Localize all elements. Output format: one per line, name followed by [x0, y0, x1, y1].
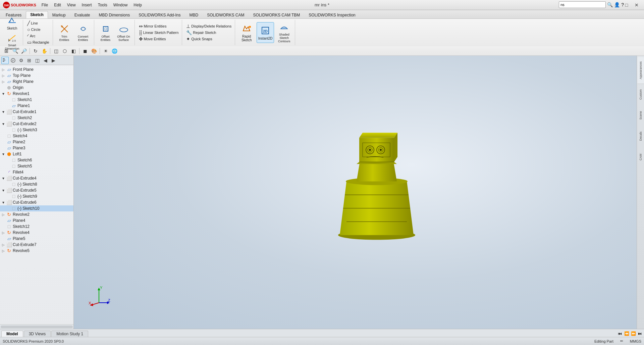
- tree-item-sketch9[interactable]: □ (-) Sketch9: [0, 193, 73, 199]
- dim-xpert-icon[interactable]: ⊞: [25, 57, 33, 64]
- right-panel-custom[interactable]: Custom: [637, 85, 644, 105]
- convert-entities-button[interactable]: Convert Entities: [74, 22, 92, 43]
- standard-views-button[interactable]: ◫: [52, 47, 60, 55]
- move-entities-button[interactable]: ✥ Move Entities: [138, 36, 180, 42]
- tree-item-sketch12[interactable]: □ Sketch12: [0, 224, 73, 230]
- menu-insert[interactable]: Insert: [79, 2, 95, 8]
- tree-item-sketch2[interactable]: □ Sketch2: [0, 115, 73, 121]
- tab-evaluate[interactable]: Evaluate: [70, 11, 95, 18]
- tree-item-cut-extrude4[interactable]: ▼ ⬜ Cut-Extrude4: [0, 175, 73, 181]
- mirror-entities-button[interactable]: ⇔ Mirror Entities: [138, 23, 180, 29]
- scene-button[interactable]: 🌐: [111, 47, 118, 55]
- display-style-button[interactable]: ◼: [82, 47, 89, 55]
- tab-solidworks-cam-tbm[interactable]: SOLIDWORKS CAM TBM: [249, 11, 305, 18]
- tree-item-sketch6[interactable]: □ Sketch6: [0, 157, 73, 163]
- tree-item-fillet4[interactable]: ◜ Fillet4: [0, 169, 73, 175]
- tree-item-plane1[interactable]: ▱ Plane1: [0, 103, 73, 109]
- section-view-button[interactable]: ◧: [70, 47, 77, 55]
- sketch-button[interactable]: Sketch: [3, 14, 21, 31]
- tree-item-right-plane[interactable]: ▷ ▱ Right Plane: [0, 79, 73, 85]
- trim-entities-button[interactable]: Trim Entities: [56, 22, 73, 43]
- view-orientation-button[interactable]: ⬡: [61, 47, 68, 55]
- tree-item-revolve4[interactable]: ▷ ↻ Revolve4: [0, 230, 73, 236]
- help-icon[interactable]: ?: [621, 2, 624, 7]
- arc-button[interactable]: ◜ Arc: [26, 33, 51, 39]
- tab-solidworks-addins[interactable]: SOLIDWORKS Add-Ins: [134, 11, 185, 18]
- lighting-button[interactable]: ☀: [102, 47, 109, 55]
- configuration-manager-icon[interactable]: ⚙: [17, 57, 25, 64]
- tree-item-sketch8[interactable]: □ (-) Sketch8: [0, 181, 73, 187]
- menu-window[interactable]: Window: [111, 2, 130, 8]
- tab-markup[interactable]: Markup: [48, 11, 70, 18]
- zoom-fit-button[interactable]: ⊞: [3, 47, 10, 55]
- tree-item-origin[interactable]: ⊕ Origin: [0, 85, 73, 91]
- tree-item-sketch3[interactable]: □ (-) Sketch3: [0, 127, 73, 133]
- tab-mbd[interactable]: MBD: [185, 11, 203, 18]
- offset-on-surface-button[interactable]: Offset On Surface: [115, 22, 132, 43]
- linear-sketch-pattern-button[interactable]: ⣿ Linear Sketch Pattern: [138, 30, 180, 36]
- tree-item-revolve2[interactable]: ▷ ↻ Revolve2: [0, 211, 73, 217]
- circle-button[interactable]: ○ Circle: [26, 27, 51, 33]
- tab-mbd-dimensions[interactable]: MBD Dimensions: [94, 11, 134, 18]
- tree-item-loft1[interactable]: ▼ ⬢ Loft1: [0, 151, 73, 157]
- tree-item-cut-extrude1[interactable]: ▼ ⬜ Cut-Extrude1: [0, 109, 73, 115]
- menu-tools[interactable]: Tools: [95, 2, 110, 8]
- back-arrow-icon[interactable]: ◀: [42, 57, 49, 64]
- menu-file[interactable]: File: [39, 2, 51, 8]
- property-manager-icon[interactable]: P: [9, 57, 17, 64]
- tree-item-sketch1[interactable]: □ Sketch1: [0, 97, 73, 103]
- menu-view[interactable]: View: [64, 2, 78, 8]
- tree-item-top-plane[interactable]: ▷ ▱ Top Plane: [0, 72, 73, 79]
- right-panel-decals[interactable]: Decals: [637, 126, 644, 146]
- end-button[interactable]: ⏭: [637, 331, 643, 336]
- tab-sketch[interactable]: Sketch: [26, 11, 48, 18]
- tree-item-sketch4[interactable]: □ Sketch4: [0, 133, 73, 139]
- right-panel-scene[interactable]: Scene: [637, 105, 644, 126]
- rotate-view-button[interactable]: ↻: [32, 47, 39, 55]
- display-delete-relations-button[interactable]: ⊥ Display/Delete Relations: [185, 23, 233, 29]
- zoom-out-button[interactable]: 🔎: [20, 47, 28, 55]
- search-input[interactable]: [559, 1, 606, 8]
- right-panel-cam[interactable]: CAM: [637, 147, 644, 167]
- tree-item-revolve1[interactable]: ▼ ↻ Revolve1: [0, 91, 73, 97]
- viewport[interactable]: Y Z X: [74, 56, 637, 329]
- tree-item-sketch5[interactable]: □ Sketch5: [0, 163, 73, 169]
- tab-motion-study[interactable]: Motion Study 1: [51, 331, 88, 337]
- display-manager-icon[interactable]: ◫: [34, 57, 41, 64]
- tab-solidworks-inspection[interactable]: SOLIDWORKS Inspection: [304, 11, 360, 18]
- panel-scrollbar-bottom[interactable]: [0, 324, 73, 329]
- tab-solidworks-cam[interactable]: SOLIDWORKS CAM: [203, 11, 249, 18]
- close-button[interactable]: ✕: [632, 1, 641, 9]
- line-button[interactable]: ╱ Line: [26, 20, 51, 26]
- tree-item-front-plane[interactable]: ▷ ▱ Front Plane: [0, 66, 73, 72]
- search-icon[interactable]: 🔍: [607, 2, 613, 7]
- tree-item-cut-extrude6[interactable]: ▼ ⬜ Cut-Extrude6: [0, 199, 73, 205]
- tree-item-plane5[interactable]: ▱ Plane5: [0, 236, 73, 242]
- rectangle-button[interactable]: ▭ Rectangle: [26, 39, 51, 45]
- tree-item-plane3[interactable]: ▱ Plane3: [0, 145, 73, 151]
- tree-item-sketch10[interactable]: □ (-) Sketch10: [0, 205, 73, 211]
- pan-button[interactable]: ✋: [41, 47, 48, 55]
- instant2d-button[interactable]: 2D Instant2D: [257, 22, 274, 43]
- prev-button[interactable]: ⏪: [624, 331, 629, 336]
- appearance-button[interactable]: 🎨: [90, 47, 98, 55]
- next-button[interactable]: ⏩: [631, 331, 636, 336]
- right-panel-appearance[interactable]: Appearances: [637, 57, 644, 84]
- tab-model[interactable]: Model: [1, 331, 23, 337]
- tree-item-revolve5[interactable]: ▷ ↻ Revolve5: [0, 248, 73, 254]
- user-icon[interactable]: 👤: [614, 2, 620, 7]
- repair-sketch-button[interactable]: 🔧 Repair Sketch: [185, 30, 233, 36]
- shaded-sketch-contours-button[interactable]: Shaded Sketch Contours: [275, 22, 293, 43]
- play-button[interactable]: ⏮: [617, 331, 623, 336]
- feature-tree-icon[interactable]: [1, 57, 9, 64]
- zoom-in-button[interactable]: 🔍: [11, 47, 19, 55]
- rapid-sketch-button[interactable]: Rapid Sketch: [238, 22, 255, 43]
- tab-3d-views[interactable]: 3D Views: [24, 331, 51, 337]
- tree-item-cut-extrude7[interactable]: ▷ ⬜ Cut-Extrude7: [0, 242, 73, 248]
- quick-snaps-button[interactable]: ✦ Quick Snaps: [185, 36, 233, 42]
- tree-item-plane4[interactable]: ▱ Plane4: [0, 217, 73, 224]
- offset-entities-button[interactable]: Offset Entities: [97, 22, 114, 43]
- tree-item-cut-extrude2[interactable]: ▼ ⬜ Cut-Extrude2: [0, 121, 73, 127]
- tree-item-plane2[interactable]: ▱ Plane2: [0, 139, 73, 145]
- tree-item-cut-extrude5[interactable]: ▼ ⬜ Cut-Extrude5: [0, 187, 73, 193]
